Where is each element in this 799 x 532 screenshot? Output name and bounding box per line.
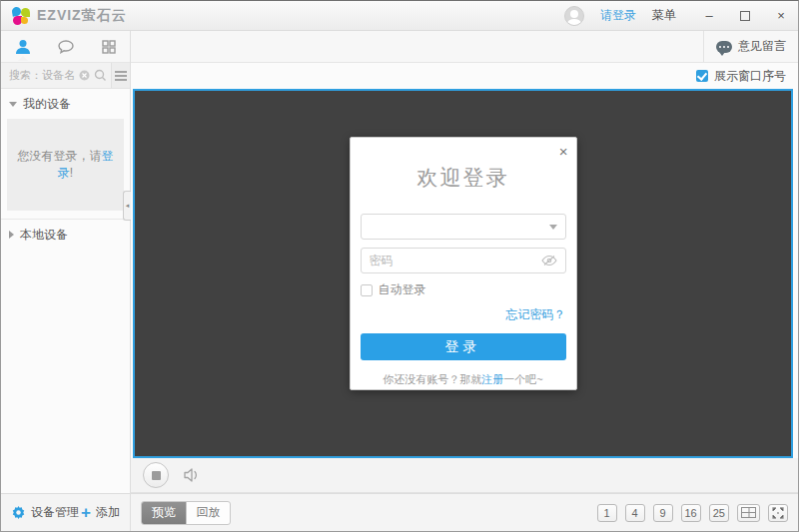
not-logged-notice: 您没有登录，请登录! bbox=[7, 119, 124, 211]
clear-search-icon[interactable] bbox=[79, 70, 90, 81]
expanded-triangle-icon bbox=[9, 102, 17, 107]
split-layout-icon bbox=[741, 507, 756, 518]
stop-icon bbox=[152, 471, 161, 480]
video-area[interactable]: × 欢迎登录 密码 bbox=[133, 89, 793, 458]
main-toolbar: 意见留言 bbox=[131, 31, 798, 63]
ezviz-flower-icon bbox=[11, 6, 31, 26]
tab-my-devices[interactable] bbox=[10, 34, 36, 60]
my-devices-group[interactable]: 我的设备 bbox=[1, 93, 130, 115]
device-tree: 我的设备 您没有登录，请登录! 本地设备 bbox=[1, 89, 130, 493]
add-device-button[interactable]: + 添加 bbox=[81, 504, 120, 521]
password-placeholder: 密码 bbox=[370, 253, 541, 269]
sidebar-bottom-bar: 设备管理 + 添加 bbox=[1, 493, 130, 531]
view-tabs: 预览 回放 bbox=[141, 501, 231, 525]
my-devices-label: 我的设备 bbox=[23, 96, 71, 113]
chat-bubble-icon bbox=[57, 38, 75, 56]
app-logo: EZVIZ萤石云 bbox=[11, 6, 127, 26]
local-devices-group[interactable]: 本地设备 bbox=[1, 224, 130, 246]
stop-button[interactable] bbox=[143, 462, 169, 488]
forgot-password-link[interactable]: 忘记密码？ bbox=[506, 307, 566, 321]
sidebar-collapse-handle[interactable]: ◂ bbox=[123, 191, 131, 221]
person-icon bbox=[14, 38, 32, 56]
collapse-arrow-icon: ◂ bbox=[126, 202, 130, 210]
layout-custom-button[interactable] bbox=[737, 504, 760, 522]
fullscreen-button[interactable] bbox=[768, 504, 788, 522]
show-window-number-label: 展示窗口序号 bbox=[714, 68, 786, 85]
tab-preview[interactable]: 预览 bbox=[142, 502, 186, 524]
collapsed-triangle-icon bbox=[9, 231, 14, 239]
feedback-bubble-icon bbox=[716, 41, 732, 53]
options-row: 展示窗口序号 bbox=[131, 63, 798, 89]
close-button[interactable]: × bbox=[774, 9, 788, 23]
hamburger-icon bbox=[114, 70, 128, 82]
layout-16-button[interactable]: 16 bbox=[681, 504, 701, 522]
login-button[interactable]: 登录 bbox=[361, 333, 566, 360]
show-window-number-checkbox[interactable] bbox=[696, 70, 708, 82]
gear-icon bbox=[11, 505, 26, 520]
playback-controls bbox=[131, 458, 798, 493]
grid-icon bbox=[100, 38, 118, 56]
layout-9-button[interactable]: 9 bbox=[653, 504, 673, 522]
layout-4-button[interactable]: 4 bbox=[625, 504, 645, 522]
titlebar: EZVIZ萤石云 请登录 菜单 – × bbox=[1, 1, 798, 31]
speaker-icon[interactable] bbox=[183, 467, 202, 483]
fullscreen-icon bbox=[772, 507, 784, 519]
minimize-button[interactable]: – bbox=[702, 9, 716, 23]
user-avatar[interactable] bbox=[564, 6, 584, 26]
tab-layout[interactable] bbox=[96, 34, 122, 60]
titlebar-login-link[interactable]: 请登录 bbox=[600, 7, 636, 24]
eye-off-icon[interactable] bbox=[541, 255, 557, 266]
feedback-button[interactable]: 意见留言 bbox=[703, 31, 798, 62]
add-label: 添加 bbox=[96, 504, 120, 521]
video-wrap: × 欢迎登录 密码 bbox=[131, 89, 798, 458]
sidebar-tabs bbox=[1, 31, 130, 63]
login-dialog: × 欢迎登录 密码 bbox=[350, 137, 577, 390]
search-icon[interactable] bbox=[94, 69, 107, 82]
divider bbox=[1, 219, 130, 220]
tab-playback[interactable]: 回放 bbox=[186, 502, 230, 524]
app-title: EZVIZ萤石云 bbox=[37, 7, 127, 25]
sidebar: 搜索：设备名 我的设备 bbox=[1, 31, 131, 531]
plus-icon: + bbox=[81, 504, 91, 521]
dialog-title: 欢迎登录 bbox=[351, 164, 576, 192]
search-row: 搜索：设备名 bbox=[1, 63, 130, 89]
device-manage-button[interactable]: 设备管理 bbox=[11, 504, 79, 521]
main-area: 意见留言 展示窗口序号 × 欢迎登录 bbox=[131, 31, 798, 531]
chevron-down-icon bbox=[549, 225, 557, 230]
password-field[interactable]: 密码 bbox=[361, 248, 566, 273]
menu-button[interactable]: 菜单 bbox=[652, 7, 676, 24]
account-select[interactable] bbox=[361, 214, 566, 240]
app-window: EZVIZ萤石云 请登录 菜单 – × bbox=[0, 0, 799, 532]
list-view-button[interactable] bbox=[111, 63, 130, 88]
feedback-label: 意见留言 bbox=[738, 38, 786, 55]
bottom-bar: 预览 回放 1 4 9 16 25 bbox=[131, 493, 798, 531]
search-input[interactable]: 搜索：设备名 bbox=[1, 63, 111, 88]
dialog-close-icon[interactable]: × bbox=[559, 144, 568, 159]
auto-login-checkbox[interactable] bbox=[361, 284, 373, 296]
layout-1-button[interactable]: 1 bbox=[597, 504, 617, 522]
grid-layout-buttons: 1 4 9 16 25 bbox=[597, 504, 789, 522]
device-manage-label: 设备管理 bbox=[31, 504, 79, 521]
search-placeholder: 搜索：设备名 bbox=[9, 68, 75, 83]
register-line: 你还没有账号？那就注册一个吧~ bbox=[361, 372, 566, 387]
active-tab-caret bbox=[18, 56, 28, 61]
layout-25-button[interactable]: 25 bbox=[709, 504, 729, 522]
maximize-button[interactable] bbox=[738, 9, 752, 23]
register-link[interactable]: 注册 bbox=[481, 373, 503, 385]
local-devices-label: 本地设备 bbox=[20, 227, 68, 244]
tab-messages[interactable] bbox=[53, 34, 79, 60]
auto-login-label: 自动登录 bbox=[379, 281, 426, 298]
